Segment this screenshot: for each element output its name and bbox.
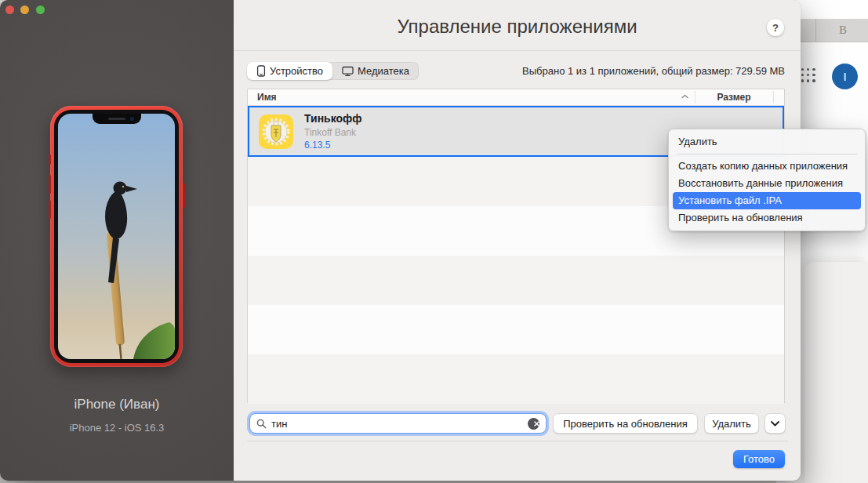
phone-camera — [130, 117, 134, 121]
device-name: iPhone (Иван) — [0, 397, 234, 412]
phone-speaker — [108, 118, 125, 120]
header-divider — [234, 50, 801, 51]
zoom-window-button[interactable] — [36, 5, 45, 14]
phone-volume-up-button — [49, 175, 51, 194]
menu-item-check-updates[interactable]: Проверить на обновления — [673, 209, 861, 227]
tab-media-library[interactable]: Медиатека — [332, 62, 419, 80]
search-icon — [256, 419, 267, 429]
avatar[interactable]: I — [832, 64, 858, 89]
delete-button[interactable]: Удалить — [704, 413, 759, 434]
phone-volume-down-button — [49, 200, 51, 219]
column-divider — [815, 19, 816, 42]
check-updates-button[interactable]: Проверить на обновления — [553, 413, 698, 434]
table-row-empty — [248, 256, 784, 305]
phone-bezel — [54, 110, 179, 363]
sidebar: iPhone (Иван) iPhone 12 - iOS 16.3 — [0, 0, 234, 481]
table-row-empty — [248, 354, 784, 404]
column-header-label: B — [839, 24, 847, 37]
phone-notch — [93, 114, 141, 124]
footer-divider — [247, 441, 788, 441]
content-panel: Управление приложениями ? Устройство — [234, 0, 801, 481]
app-version-link[interactable]: 6.13.5 — [304, 139, 362, 151]
app-developer: Tinkoff Bank — [304, 126, 362, 139]
table-header: Имя Размер — [248, 89, 784, 106]
app-name: Тинькофф — [304, 111, 362, 126]
context-menu: Удалить Создать копию данных приложения … — [668, 129, 866, 231]
menu-item-install-ipa[interactable]: Установить файл .IPA — [673, 192, 861, 209]
iphone-icon — [256, 65, 266, 77]
background-sheet — [804, 262, 868, 483]
sort-ascending-icon — [681, 94, 688, 99]
table-row-empty — [248, 305, 784, 354]
iphone-mockup — [50, 106, 183, 367]
selection-status: Выбрано 1 из 1 приложений, общий размер:… — [522, 65, 785, 77]
tab-device-label: Устройство — [270, 65, 323, 77]
search-input[interactable] — [271, 418, 528, 430]
more-actions-button[interactable] — [764, 413, 786, 434]
device-info: iPhone 12 - iOS 16.3 — [0, 422, 234, 434]
phone-mute-switch — [49, 154, 51, 165]
phone-power-button — [183, 183, 185, 208]
tab-media-library-label: Медиатека — [358, 65, 409, 77]
phone-wallpaper — [58, 114, 175, 359]
apps-grid-icon[interactable] — [801, 68, 815, 82]
minimize-window-button[interactable] — [20, 5, 29, 14]
help-button[interactable]: ? — [767, 19, 784, 36]
tinkoff-app-icon — [259, 114, 293, 149]
app-window: iPhone (Иван) iPhone 12 - iOS 16.3 Управ… — [0, 0, 801, 481]
bird-wallpaper-image — [58, 114, 175, 359]
view-segmented-control: Устройство Медиатека — [247, 62, 419, 80]
page-title: Управление приложениями — [234, 16, 801, 38]
screen: B I — [0, 0, 868, 483]
tab-device[interactable]: Устройство — [247, 62, 332, 80]
column-header-name[interactable]: Имя — [257, 92, 277, 103]
menu-item-restore-app-data[interactable]: Восстановить данные приложения — [673, 175, 861, 192]
menu-item-delete[interactable]: Удалить — [673, 133, 861, 151]
close-window-button[interactable] — [5, 5, 14, 14]
header-divider-2 — [773, 91, 774, 104]
menu-item-backup-app-data[interactable]: Создать копию данных приложения — [673, 158, 861, 175]
clear-search-icon[interactable] — [528, 418, 539, 430]
column-header-size[interactable]: Размер — [695, 92, 773, 103]
done-button[interactable]: Готово — [733, 450, 785, 468]
search-field — [249, 413, 547, 434]
menu-separator — [677, 154, 857, 154]
display-icon — [342, 66, 354, 77]
chevron-down-icon — [770, 420, 780, 427]
app-details: Тинькофф Tinkoff Bank 6.13.5 — [304, 111, 362, 151]
